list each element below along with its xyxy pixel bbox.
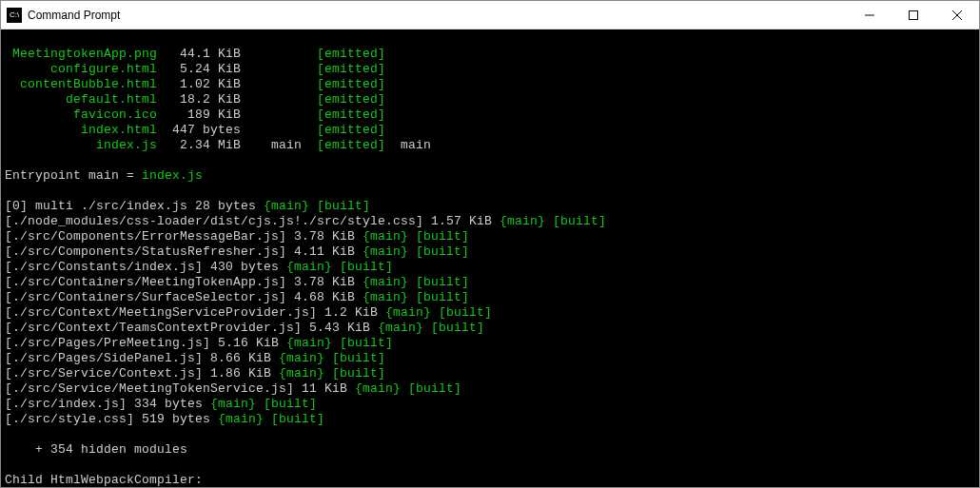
asset-trail: main	[401, 138, 431, 153]
module-size: 28 bytes	[187, 199, 264, 213]
module-chunk: {main}	[363, 290, 408, 304]
module-chunk: {main}	[286, 260, 332, 274]
module-chunk: {main}	[286, 336, 332, 350]
asset-emitted: [emitted]	[317, 123, 385, 138]
maximize-button[interactable]	[892, 1, 935, 29]
cmd-icon: C:\	[7, 8, 22, 23]
module-built: [built]	[256, 397, 317, 411]
module-chunk: {main}	[264, 199, 309, 213]
asset-name: configure.html	[5, 62, 157, 77]
module-size: 1.2 KiB	[317, 305, 385, 320]
module-built: [built]	[423, 321, 484, 335]
module-path: [./src/Context/MeetingServiceProvider.js…	[5, 305, 317, 320]
window-title: Command Prompt	[28, 9, 848, 22]
module-chunk: {main}	[218, 412, 264, 426]
module-line: [./src/Constants/index.js] 430 bytes {ma…	[5, 260, 975, 275]
asset-chunks	[241, 77, 302, 92]
child-header: Child HtmlWebpackCompiler:	[5, 473, 975, 487]
module-chunk: {main}	[378, 321, 423, 335]
module-line: [0] multi ./src/index.js 28 bytes {main}…	[5, 199, 975, 214]
module-built: [built]	[408, 244, 469, 259]
module-size: 3.78 KiB	[286, 275, 363, 289]
module-line: [./node_modules/css-loader/dist/cjs.js!.…	[5, 214, 975, 229]
hidden-modules: + 354 hidden modules	[5, 442, 975, 458]
module-size: 5.43 KiB	[302, 321, 378, 335]
window-controls	[848, 1, 979, 29]
module-path: [./src/Components/ErrorMessageBar.js]	[5, 229, 286, 244]
module-size: 334 bytes	[127, 397, 210, 411]
module-line: [./src/Context/TeamsContextProvider.js] …	[5, 321, 975, 336]
asset-size: 447 bytes	[157, 123, 241, 138]
module-path: [./src/Pages/SidePanel.js]	[5, 351, 203, 365]
module-size: 519 bytes	[134, 412, 218, 426]
module-path: [./src/Containers/MeetingTokenApp.js]	[5, 275, 286, 289]
module-line: [./src/Components/StatusRefresher.js] 4.…	[5, 244, 975, 260]
entrypoint-line: Entrypoint main = index.js	[5, 168, 975, 184]
asset-row: MeetingtokenApp.png44.1 KiB[emitted]	[5, 47, 975, 62]
module-built: [built]	[431, 305, 492, 320]
module-chunk: {main}	[363, 275, 408, 289]
module-line: [./src/Containers/MeetingTokenApp.js] 3.…	[5, 275, 975, 290]
module-line: [./src/Pages/PreMeeting.js] 5.16 KiB {ma…	[5, 336, 975, 351]
module-path: [0] multi ./src/index.js	[5, 199, 187, 213]
module-built: [built]	[408, 290, 469, 304]
asset-row: configure.html5.24 KiB[emitted]	[5, 62, 975, 77]
asset-emitted: [emitted]	[317, 92, 385, 107]
asset-name: MeetingtokenApp.png	[5, 47, 157, 62]
module-line: [./src/Service/Context.js] 1.86 KiB {mai…	[5, 366, 975, 381]
module-built: [built]	[324, 351, 385, 365]
module-path: [./src/Components/StatusRefresher.js]	[5, 244, 286, 259]
asset-emitted: [emitted]	[317, 107, 385, 123]
module-built: [built]	[264, 412, 324, 426]
close-button[interactable]	[935, 1, 979, 29]
module-built: [built]	[309, 199, 370, 213]
module-line: [./src/Context/MeetingServiceProvider.js…	[5, 305, 975, 321]
module-chunk: {main}	[500, 214, 545, 228]
asset-row: default.html18.2 KiB[emitted]	[5, 92, 975, 107]
module-line: [./src/Containers/SurfaceSelector.js] 4.…	[5, 290, 975, 305]
asset-emitted: [emitted]	[317, 77, 385, 92]
module-path: [./src/Service/MeetingTokenService.js]	[5, 381, 294, 396]
asset-size: 44.1 KiB	[157, 47, 241, 62]
minimize-button[interactable]	[848, 1, 892, 29]
module-size: 1.86 KiB	[203, 366, 279, 381]
module-size: 4.11 KiB	[286, 244, 363, 259]
module-path: [./node_modules/css-loader/dist/cjs.js!.…	[5, 214, 423, 228]
asset-emitted: [emitted]	[317, 138, 385, 153]
module-size: 4.68 KiB	[286, 290, 363, 304]
module-built: [built]	[332, 260, 393, 274]
module-size: 1.57 KiB	[423, 214, 500, 228]
module-size: 5.16 KiB	[210, 336, 286, 350]
asset-size: 5.24 KiB	[157, 62, 241, 77]
asset-size: 18.2 KiB	[157, 92, 241, 107]
module-line: [./src/Components/ErrorMessageBar.js] 3.…	[5, 229, 975, 244]
module-line: [./src/style.css] 519 bytes {main} [buil…	[5, 412, 975, 427]
asset-chunks	[241, 107, 302, 123]
asset-chunks	[241, 62, 302, 77]
terminal-output[interactable]: MeetingtokenApp.png44.1 KiB[emitted]conf…	[1, 29, 979, 487]
module-built: [built]	[408, 275, 469, 289]
module-path: [./src/Constants/index.js]	[5, 260, 203, 274]
module-size: 8.66 KiB	[203, 351, 279, 365]
svg-rect-1	[910, 10, 918, 19]
module-size: 430 bytes	[203, 260, 286, 274]
asset-name: contentBubble.html	[5, 77, 157, 92]
module-chunk: {main}	[363, 229, 408, 244]
module-chunk: {main}	[279, 366, 324, 381]
asset-chunks: main	[241, 138, 302, 153]
asset-row: index.js2.34 MiBmain[emitted]main	[5, 138, 975, 153]
module-line: [./src/index.js] 334 bytes {main} [built…	[5, 397, 975, 412]
module-chunk: {main}	[210, 397, 256, 411]
asset-emitted: [emitted]	[317, 47, 385, 62]
asset-emitted: [emitted]	[317, 62, 385, 77]
asset-size: 1.02 KiB	[157, 77, 241, 92]
module-built: [built]	[401, 381, 461, 396]
module-path: [./src/Containers/SurfaceSelector.js]	[5, 290, 286, 304]
asset-chunks	[241, 123, 302, 138]
module-line: [./src/Pages/SidePanel.js] 8.66 KiB {mai…	[5, 351, 975, 366]
module-chunk: {main}	[385, 305, 431, 320]
asset-chunks	[241, 92, 302, 107]
module-chunk: {main}	[363, 244, 408, 259]
asset-name: index.js	[5, 138, 157, 153]
module-chunk: {main}	[279, 351, 324, 365]
